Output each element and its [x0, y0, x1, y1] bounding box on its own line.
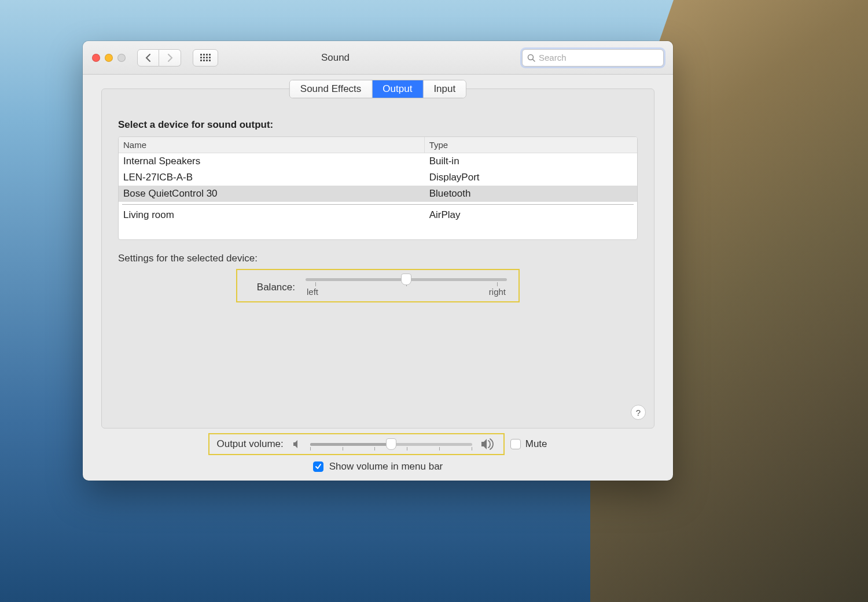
column-header-type[interactable]: Type	[425, 137, 637, 153]
balance-end-labels: left right	[306, 287, 507, 297]
mute-control: Mute	[510, 438, 547, 450]
footer: Output volume:	[101, 429, 654, 472]
balance-right-label: right	[489, 287, 506, 297]
svg-line-1	[533, 59, 535, 61]
device-type: DisplayPort	[425, 169, 637, 186]
help-button[interactable]: ?	[631, 405, 646, 420]
device-type: AirPlay	[425, 207, 637, 223]
minimize-window-button[interactable]	[105, 54, 113, 62]
chevron-left-icon	[145, 54, 151, 62]
table-row[interactable]: Living room AirPlay	[119, 207, 637, 223]
show-volume-label: Show volume in menu bar	[329, 461, 443, 472]
mute-checkbox[interactable]	[510, 439, 521, 449]
window-titlebar: Sound	[83, 41, 673, 75]
zoom-window-button[interactable]	[117, 54, 126, 62]
output-volume-slider[interactable]	[310, 443, 472, 446]
search-input[interactable]	[539, 53, 659, 62]
speaker-loud-icon	[480, 438, 496, 450]
slider-fill	[310, 443, 391, 446]
tab-bar: Sound Effects Output Input	[289, 80, 466, 98]
output-volume-label: Output volume:	[216, 438, 283, 450]
balance-left-label: left	[307, 287, 318, 297]
show-volume-checkbox[interactable]	[313, 461, 323, 472]
search-icon	[527, 54, 535, 62]
balance-highlight-box: Balance: left right	[236, 269, 520, 302]
slider-knob[interactable]	[401, 274, 411, 285]
check-icon	[315, 463, 322, 470]
table-separator	[122, 204, 634, 205]
select-device-title: Select a device for sound output:	[118, 119, 638, 131]
show-volume-row: Show volume in menu bar	[313, 461, 443, 472]
close-window-button[interactable]	[92, 54, 100, 62]
table-row[interactable]: Internal Speakers Built-in	[119, 153, 637, 169]
speaker-quiet-icon	[292, 439, 302, 449]
slider-track	[310, 443, 472, 446]
table-header: Name Type	[119, 137, 637, 153]
output-volume-highlight-box: Output volume:	[208, 433, 504, 455]
sound-preferences-window: Sound Sound Effects Output Input Select …	[83, 41, 673, 481]
column-header-name[interactable]: Name	[119, 137, 425, 153]
device-name: Living room	[119, 207, 425, 223]
traffic-lights	[92, 54, 126, 62]
device-table: Name Type Internal Speakers Built-in LEN…	[118, 136, 638, 240]
tab-input[interactable]: Input	[423, 80, 466, 98]
balance-row: Balance: left right	[249, 278, 507, 297]
device-type: Bluetooth	[425, 186, 637, 202]
window-title: Sound	[156, 52, 515, 64]
table-row[interactable]: Bose QuietControl 30 Bluetooth	[119, 186, 637, 202]
table-row[interactable]: LEN-27ICB-A-B DisplayPort	[119, 169, 637, 186]
device-name: LEN-27ICB-A-B	[119, 169, 425, 186]
mute-label: Mute	[525, 438, 547, 450]
table-empty-space	[119, 223, 637, 239]
main-panel: Sound Effects Output Input Select a devi…	[101, 88, 654, 429]
slider-track	[306, 278, 507, 281]
volume-ticks	[310, 447, 472, 450]
balance-slider[interactable]: left right	[306, 278, 507, 297]
device-type: Built-in	[425, 153, 637, 169]
window-content: Sound Effects Output Input Select a devi…	[83, 75, 673, 481]
balance-label: Balance:	[249, 282, 295, 293]
tab-output[interactable]: Output	[372, 80, 423, 98]
tab-sound-effects[interactable]: Sound Effects	[290, 80, 373, 98]
device-name: Bose QuietControl 30	[119, 186, 425, 202]
settings-for-device-title: Settings for the selected device:	[118, 253, 638, 264]
device-name: Internal Speakers	[119, 153, 425, 169]
search-field[interactable]	[522, 49, 664, 67]
